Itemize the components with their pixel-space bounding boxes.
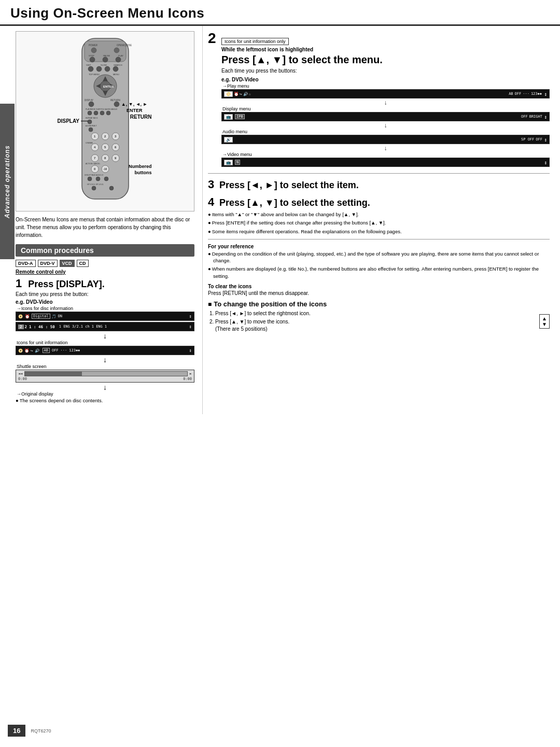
step1-arrow-down2: ↓: [16, 356, 194, 363]
step4-bullet2: Press [ENTER] if the setting does not ch…: [208, 219, 550, 226]
svg-point-35: [100, 111, 104, 115]
step2-each-time: Each time you press the buttons:: [221, 68, 550, 74]
svg-point-34: [94, 111, 98, 115]
position-arrows: ▲ ▼: [539, 314, 550, 329]
svg-point-66: [88, 177, 92, 181]
step4-num: 4: [208, 195, 217, 209]
svg-text:POWER: POWER: [89, 44, 98, 47]
step2-block: 2 Icons for unit information only While …: [208, 31, 550, 168]
video-menu-arrow: ↓: [221, 145, 550, 151]
step1-subtitle: Each time you press the button:: [16, 291, 194, 297]
audio-menu-screen: 🔊 SP OFF OFF ↕: [221, 135, 550, 144]
left-column: POWER OPEN/CLOSE STOP PAUSE PLAY SKIP SL…: [0, 26, 202, 414]
svg-text:SLOW: SLOW: [101, 64, 107, 66]
svg-text:-10: -10: [103, 167, 107, 171]
remote-wrapper: POWER OPEN/CLOSE STOP PAUSE PLAY SKIP SL…: [53, 36, 157, 207]
step2-eg: e.g. DVD-Video: [221, 77, 550, 82]
screen1-disc: 📀 ⏰ Digital 🎵 ON ↕: [16, 312, 194, 321]
svg-text:STOP: STOP: [89, 54, 94, 57]
step2-num: 2: [208, 31, 218, 46]
change-pos-list: Press [◄, ►] to select the rightmost ico…: [208, 310, 550, 333]
svg-point-36: [106, 111, 110, 115]
enter-label: ▲, ▼, ◄, ► ENTER: [121, 101, 148, 113]
step4-block: 4 Press [▲, ▼] to select the setting. It…: [208, 195, 550, 235]
svg-text:PLAY: PLAY: [118, 54, 123, 57]
step1-arrow-down3: ↓: [16, 384, 194, 391]
screen1-numbers: 2 2 1 : 46 : 50 1 ENG 3/2.1 ch 1 ENG 1 ↕: [16, 322, 194, 331]
svg-text:ENTER: ENTER: [103, 85, 114, 88]
page-title: Using On-Screen Menu Icons: [10, 5, 550, 21]
change-pos-block: To change the position of the icons Pres…: [208, 300, 550, 333]
svg-text:SEARCH: SEARCH: [114, 64, 122, 66]
svg-point-33: [88, 111, 92, 115]
badge-dvdv: DVD-V: [38, 260, 58, 267]
svg-point-31: [114, 102, 119, 107]
step1-bullet: The screens depend on disc contents.: [16, 397, 194, 404]
svg-text:A-B REPEA T: A-B REPEA T: [86, 125, 97, 127]
svg-text:CINEMA: CINEMA: [86, 142, 93, 144]
svg-point-68: [104, 177, 108, 181]
badge-vcd: VCD: [60, 260, 75, 267]
play-menu-screen: 📀 ⏰ ↪ 🔊 ☆ AB OFF ··· 123✱✱ ↕: [221, 89, 550, 98]
audio-menu-label: Audio menu: [222, 129, 550, 134]
svg-text:GROUP  PAGE  AUDIO LY: GROUP PAGE AUDIO LY: [85, 174, 104, 176]
for-ref-bullet1: Depending on the condition of the unit (…: [208, 250, 550, 264]
change-pos-title: To change the position of the icons: [208, 300, 550, 308]
display-menu-arrow: ↓: [221, 100, 550, 106]
svg-point-71: [109, 186, 114, 190]
svg-text:MENU: MENU: [113, 73, 119, 76]
svg-point-67: [96, 177, 100, 181]
step1-num: 1: [16, 278, 22, 289]
svg-point-11: [116, 57, 121, 62]
step2-content: Icons for unit information only While th…: [221, 38, 550, 168]
page-footer: 16 RQT6270: [0, 725, 560, 737]
for-ref-bullet2: When numbers are displayed (e.g. title N…: [208, 265, 550, 279]
numbered-label: Numberedbuttons: [129, 163, 152, 175]
badge-cd: CD: [77, 260, 89, 267]
step1-shuttle-label: Shuttle screen: [17, 364, 194, 369]
to-clear-block: To clear the icons Press [RETURN] until …: [208, 284, 550, 296]
svg-text:PLAYMODE SUBTITLE AUDIO ANGLE: PLAYMODE SUBTITLE AUDIO ANGLE: [86, 108, 118, 110]
svg-point-29: [89, 102, 94, 107]
divider2: [208, 239, 550, 239]
svg-text:OPEN/CLOSE: OPEN/CLOSE: [117, 44, 132, 47]
svg-text:TOP MENU: TOP MENU: [89, 73, 100, 76]
for-ref-title: For your reference: [208, 244, 550, 249]
page-number: 16: [8, 725, 25, 737]
step2-row: 2 Icons for unit information only While …: [208, 31, 550, 168]
step4-title: Press [▲, ▼] to select the setting.: [219, 198, 370, 208]
remote-container: POWER OPEN/CLOSE STOP PAUSE PLAY SKIP SL…: [16, 31, 194, 212]
svg-text:RETURN: RETURN: [110, 99, 120, 102]
common-procedures-header: Common procedures: [16, 244, 194, 257]
audio-menu-arrow: ↓: [221, 122, 550, 129]
svg-point-9: [90, 57, 95, 62]
change-pos-step1: Press [◄, ►] to select the rightmost ico…: [215, 310, 550, 317]
badge-dvda: DVD-A: [16, 260, 36, 267]
svg-point-17: [105, 66, 110, 72]
svg-point-5: [114, 48, 119, 53]
divider1: [208, 173, 550, 174]
step1-eg: e.g. DVD-Video: [16, 299, 194, 305]
svg-text:PAUSE: PAUSE: [103, 54, 110, 57]
svg-point-15: [88, 66, 93, 72]
to-clear-text: Press [RETURN] until the menus disappear…: [208, 290, 550, 296]
step2-info-badge: Icons for unit information only: [221, 38, 289, 45]
step1-title: Press [DISPLAY].: [28, 279, 104, 290]
svg-text:ACTION CANCEL: ACTION CANCEL: [86, 163, 100, 165]
right-column: 2 Icons for unit information only While …: [202, 26, 560, 414]
svg-point-16: [96, 66, 102, 72]
step3-num: 3: [208, 178, 217, 191]
step3-row: 3 Press [◄, ►] to select the item.: [208, 178, 550, 191]
to-clear-title: To clear the icons: [208, 284, 550, 289]
display-menu-label: Display menu: [222, 106, 550, 111]
step4-bullet3: Some items require different operations.…: [208, 228, 550, 235]
svg-text:HP-V.S.S.  SP-V.S.S.: HP-V.S.S. SP-V.S.S.: [87, 184, 104, 186]
svg-text:DISP AY: DISP AY: [85, 99, 93, 102]
step3-block: 3 Press [◄, ►] to select the item.: [208, 178, 550, 191]
svg-point-40: [89, 128, 93, 132]
page-header: Using On-Screen Menu Icons: [0, 0, 560, 26]
step1-block: 1 Press [DISPLAY]. Each time you press t…: [16, 278, 194, 404]
svg-point-4: [91, 48, 96, 53]
svg-point-18: [113, 66, 118, 72]
intro-text: On-Screen Menu Icons are menus that cont…: [16, 216, 194, 239]
